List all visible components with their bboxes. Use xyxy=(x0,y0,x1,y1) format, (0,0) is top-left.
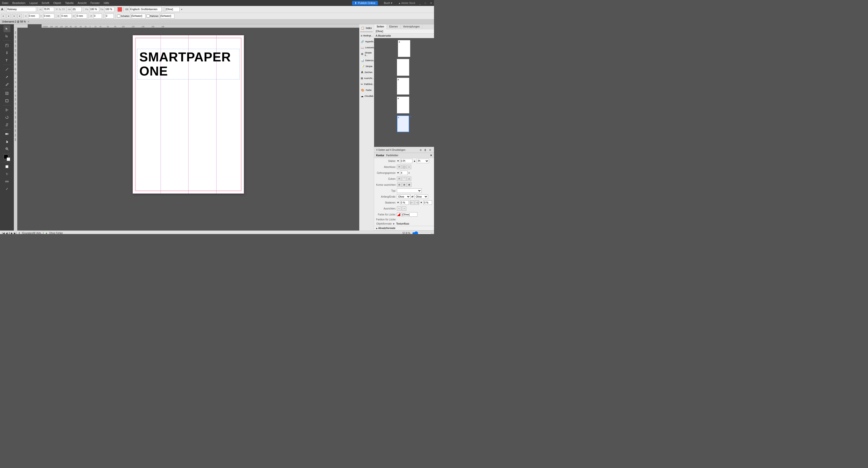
farbfelder-tab[interactable]: Farbfelder xyxy=(386,154,398,157)
skalieren-input[interactable] xyxy=(400,200,409,205)
color-boxes[interactable] xyxy=(4,154,10,161)
selection-tool-btn[interactable] xyxy=(3,25,10,32)
background-color-box[interactable] xyxy=(7,157,10,161)
index-item-skripte[interactable]: 📝 Skripte xyxy=(360,64,373,69)
width-input[interactable] xyxy=(61,13,72,19)
page2-thumb[interactable]: A xyxy=(397,78,409,95)
size-pct1-input[interactable] xyxy=(89,7,99,12)
zoom-slider[interactable] xyxy=(412,231,432,234)
normal-mode-btn[interactable] xyxy=(3,163,10,170)
window-minimize[interactable]: _ xyxy=(419,2,421,4)
gehrung-decrement[interactable]: ▼ xyxy=(397,172,399,174)
farbe-luecke-swatch[interactable] xyxy=(397,213,400,216)
index-item-pathfind[interactable]: ✂ Pathfind... xyxy=(360,82,373,87)
pages-delete-icon[interactable]: 🗑 xyxy=(423,148,427,152)
gradient-tool-btn[interactable] xyxy=(3,130,10,138)
staerke-decrement[interactable]: ▼ xyxy=(397,160,399,162)
buch-button[interactable]: Buch ▾ xyxy=(382,1,394,5)
index-item-lesezeichen[interactable]: 📖 Lesezeic... xyxy=(360,45,373,50)
skalieren-end-btn[interactable]: →| xyxy=(415,200,419,205)
align-right-btn[interactable]: ≡ xyxy=(12,14,16,18)
align-center-btn[interactable]: ≡ xyxy=(6,14,11,18)
none-style-input[interactable] xyxy=(165,7,180,12)
abschluss-square-btn[interactable]: □ xyxy=(407,165,411,169)
ausrichten-right-btn[interactable]: → xyxy=(402,206,406,211)
index-item-farbe[interactable]: 🎨 Farbe xyxy=(360,87,373,93)
rahmen-checkbox-label[interactable]: Rahmen xyxy=(147,14,159,18)
eyedropper-btn[interactable] xyxy=(3,185,10,193)
page4-thumb[interactable]: A xyxy=(397,115,409,132)
abschluss-round-btn[interactable]: ◯ xyxy=(402,165,406,169)
menu-hilfe[interactable]: Hilfe xyxy=(104,1,109,4)
type-tool-btn[interactable]: T xyxy=(3,57,10,64)
index-item-skripteti[interactable]: ⚙ Skripte ti... xyxy=(360,51,373,57)
abschluss-butt-btn[interactable]: ⊓ xyxy=(397,165,401,169)
kontur-tab-active[interactable]: Kontur xyxy=(376,154,384,157)
menu-objekt[interactable]: Objekt xyxy=(53,1,61,4)
font-size-input[interactable] xyxy=(43,7,54,12)
schatter-checkbox[interactable] xyxy=(117,14,120,18)
align-left-btn[interactable]: ≡ xyxy=(1,14,5,18)
schatter-checkbox-label[interactable]: Schatten xyxy=(117,14,130,18)
rectangle-frame-tool-btn[interactable] xyxy=(3,90,10,97)
font-name-input[interactable] xyxy=(6,7,36,12)
x-position-input[interactable] xyxy=(28,13,39,19)
menu-bearbeiten[interactable]: Bearbeiten xyxy=(12,1,26,4)
rectangle-tool-btn[interactable] xyxy=(3,97,10,104)
staerke-increment[interactable]: ▲ xyxy=(413,160,416,162)
schatter-color-input[interactable] xyxy=(131,13,146,19)
kerning-input[interactable] xyxy=(72,7,82,12)
measure-tool-btn[interactable] xyxy=(3,178,10,185)
index-item-ausricht[interactable]: ⊞ Ausricht... xyxy=(360,76,373,81)
musterseite-thumb[interactable]: A xyxy=(398,40,410,57)
anfang-select[interactable]: Ohne xyxy=(397,194,410,199)
index-item-index[interactable]: 📋 Index xyxy=(360,25,373,31)
line-tool-btn[interactable] xyxy=(3,66,10,73)
tab-verknuepfungen[interactable]: Verknüpfungen xyxy=(401,24,422,29)
menu-datei[interactable]: Datei xyxy=(2,1,8,4)
shear-input[interactable] xyxy=(105,13,114,19)
index-item-datenzu[interactable]: 📊 Datenzu... xyxy=(360,58,373,63)
page-next-btn[interactable]: ▶ xyxy=(11,232,13,234)
typ-select[interactable]: Einfach Gestrichelt xyxy=(397,188,422,193)
gap-tool-btn[interactable] xyxy=(3,49,10,56)
size-pct2-input[interactable] xyxy=(104,7,114,12)
language-input[interactable] xyxy=(129,7,162,12)
ausrichten-inside-btn[interactable]: ⊞ xyxy=(402,182,406,187)
skalieren-input2[interactable] xyxy=(423,200,432,205)
page-prev-btn[interactable]: ◀ xyxy=(6,232,8,234)
staerke-input[interactable] xyxy=(400,159,412,163)
ecke-miter-btn[interactable]: ⊓ xyxy=(397,177,401,181)
ausrichten-center-btn[interactable]: ⊟ xyxy=(397,182,402,187)
pen-tool-btn[interactable] xyxy=(3,73,10,80)
rahmen-checkbox[interactable] xyxy=(147,14,150,18)
type-on-path-btn[interactable]: T/ xyxy=(3,171,10,178)
ausrichten-left-btn[interactable]: ← xyxy=(397,206,401,211)
index-item-hyperlink[interactable]: 🔗 Hyperlin... xyxy=(360,39,373,44)
page3-thumb[interactable]: A xyxy=(397,96,409,113)
angle-input[interactable] xyxy=(93,13,102,19)
gehrungsgrenze-input[interactable] xyxy=(400,171,407,175)
document-tab[interactable]: Unbenannt-2 @ 58 % xyxy=(2,20,26,23)
pencil-tool-btn[interactable] xyxy=(3,81,10,88)
window-close[interactable]: ✕ xyxy=(430,2,432,4)
skalieren-decrement[interactable]: ▼ xyxy=(397,201,399,204)
align-justify-btn[interactable]: ≡ xyxy=(17,14,22,18)
publish-online-button[interactable]: ⬆ Publish Online xyxy=(352,1,378,5)
kontur-panel-close[interactable]: ✕ xyxy=(430,154,432,157)
tab-ebenen[interactable]: Ebenen xyxy=(387,24,400,29)
pages-settings-icon[interactable]: ⚙ xyxy=(428,148,432,152)
document-tab-close[interactable]: × xyxy=(28,20,29,23)
rahmen-color-input[interactable] xyxy=(160,13,175,19)
y-position-input[interactable] xyxy=(43,13,55,19)
shear-tool-btn[interactable] xyxy=(3,121,10,128)
menu-tabelle[interactable]: Tabelle xyxy=(65,1,74,4)
objektformate-arrow[interactable]: ▶ xyxy=(393,223,395,225)
absatzformate-arrow[interactable]: ▶ xyxy=(376,227,378,230)
ende-select[interactable]: Ohne xyxy=(414,194,428,199)
ecke-round-btn[interactable]: ⌒ xyxy=(402,177,406,181)
skalieren-decrement2[interactable]: ▼ xyxy=(420,201,422,204)
page-headline-text[interactable]: SMARTPAPER ONE xyxy=(137,49,240,80)
page-last-btn[interactable]: ▶| xyxy=(14,232,17,234)
skalieren-start-btn[interactable]: |← xyxy=(410,200,414,205)
